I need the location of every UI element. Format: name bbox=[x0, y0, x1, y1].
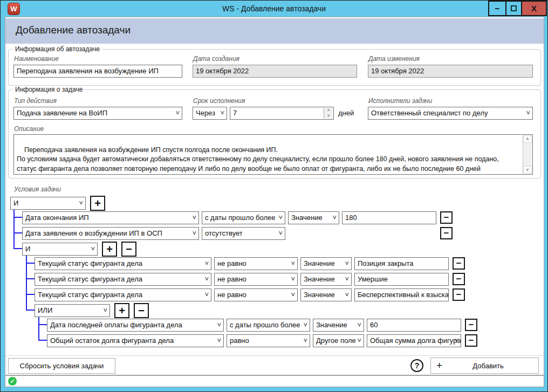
condition-valuetype-value: Значение bbox=[304, 259, 335, 267]
help-icon[interactable]: ? bbox=[410, 359, 423, 372]
name-label: Наименование bbox=[14, 55, 59, 63]
condition-valuetype-select[interactable]: Другое поле˅ bbox=[313, 334, 364, 347]
spin-down-icon[interactable]: ˅ bbox=[324, 113, 333, 119]
chevron-down-icon: ˅ bbox=[454, 335, 458, 347]
condition-field-select[interactable]: Текущий статус фигуранта дела˅ bbox=[35, 288, 211, 301]
condition-value-input[interactable]: 60 bbox=[367, 319, 461, 332]
deadline-mode-value: Через bbox=[196, 109, 215, 117]
modified-date-label: Дата изменения bbox=[368, 55, 420, 63]
condition-row: Текущий статус фигуранта дела˅ не равно˅… bbox=[35, 288, 465, 301]
condition-field-select[interactable]: Дата заявления о возбуждении ИП в ОСП˅ bbox=[22, 227, 199, 240]
status-check-icon: ✓ bbox=[8, 377, 17, 386]
root-operator-select[interactable]: И ˅ bbox=[10, 197, 86, 210]
group2-operator-select[interactable]: ИЛИ ˅ bbox=[35, 304, 110, 317]
spin-up-icon[interactable]: ˄ bbox=[324, 108, 333, 113]
remove-condition-button[interactable]: − bbox=[465, 319, 477, 331]
condition-valuetype-select[interactable]: Значение˅ bbox=[313, 319, 364, 332]
remove-group-button[interactable]: − bbox=[121, 242, 136, 257]
condition-operator-select[interactable]: не равно˅ bbox=[214, 257, 298, 270]
condition-value-input[interactable]: 180 bbox=[342, 211, 436, 224]
remove-condition-button[interactable]: − bbox=[453, 257, 465, 270]
remove-condition-button[interactable]: − bbox=[465, 334, 477, 347]
maximize-button[interactable] bbox=[505, 1, 522, 16]
remove-group-button[interactable]: − bbox=[134, 303, 149, 318]
condition-field-select[interactable]: Текущий статус фигуранта дела˅ bbox=[35, 273, 211, 286]
executors-select[interactable]: Ответственный специалист по делу ˅ bbox=[368, 107, 533, 120]
add-button[interactable]: + Добавить bbox=[430, 357, 539, 374]
deadline-label: Срок исполнения bbox=[193, 97, 245, 105]
condition-operator-value: не равно bbox=[217, 275, 246, 283]
add-condition-button[interactable]: + bbox=[90, 196, 105, 211]
condition-field-select[interactable]: Дата окончания ИП˅ bbox=[22, 211, 199, 224]
condition-operator-select[interactable]: с даты прошло более˅ bbox=[227, 319, 310, 332]
condition-valuetype-select[interactable]: Значение˅ bbox=[300, 288, 352, 301]
condition-row: Общий остаток долга фигуранта дела˅ равн… bbox=[47, 334, 477, 347]
condition-valuetype-value: Значение bbox=[316, 321, 347, 329]
deadline-days-stepper[interactable]: 7 ˄˅ bbox=[230, 107, 334, 120]
minimize-button[interactable]: − bbox=[488, 1, 506, 16]
description-scrollbar[interactable]: ˄˅ bbox=[523, 135, 532, 174]
created-date-label: Дата создания bbox=[193, 55, 239, 63]
name-input[interactable]: Переподача заявления на возбуждение ИП bbox=[13, 65, 182, 78]
condition-field-select[interactable]: Дата последней оплаты фигуранта дела˅ bbox=[47, 319, 224, 332]
chevron-down-icon: ˅ bbox=[278, 228, 283, 239]
deadline-mode-select[interactable]: Через ˅ bbox=[193, 107, 227, 120]
groupbox-autotask-title: Информация об автозадаче bbox=[13, 45, 102, 53]
condition-operator-select[interactable]: с даты прошло более˅ bbox=[202, 211, 285, 224]
remove-condition-button[interactable]: − bbox=[440, 211, 453, 224]
question-mark: ? bbox=[415, 361, 420, 370]
add-condition-button[interactable]: + bbox=[102, 242, 117, 257]
footer-separator bbox=[5, 355, 544, 356]
plus-icon: + bbox=[106, 243, 113, 256]
description-textarea[interactable]: Переподача заявления на возбуждение ИП с… bbox=[13, 134, 533, 175]
chevron-down-icon: ˅ bbox=[526, 107, 530, 119]
condition-field-select[interactable]: Текущий статус фигуранта дела˅ bbox=[35, 257, 211, 270]
condition-operator-value: равно bbox=[230, 336, 249, 345]
condition-value-input[interactable]: Позиция закрыта bbox=[354, 257, 449, 270]
chevron-down-icon: ˅ bbox=[91, 243, 95, 255]
condition-operator-select[interactable]: не равно˅ bbox=[214, 273, 298, 286]
add-condition-button[interactable]: + bbox=[114, 303, 129, 318]
group1-operator-select[interactable]: И ˅ bbox=[22, 243, 98, 256]
condition-value-input[interactable]: Умершие bbox=[354, 273, 449, 286]
reset-conditions-label: Сбросить условия задачи bbox=[20, 362, 104, 370]
plus-icon: + bbox=[436, 360, 442, 372]
chevron-down-icon: ˅ bbox=[217, 319, 221, 331]
minus-icon: − bbox=[456, 274, 462, 285]
condition-valuetype-select[interactable]: Значение˅ bbox=[300, 273, 352, 286]
scroll-up-icon[interactable]: ˄ bbox=[523, 135, 532, 143]
condition-operator-select[interactable]: не равно˅ bbox=[214, 288, 298, 301]
minus-icon: − bbox=[138, 305, 145, 317]
remove-condition-button[interactable]: − bbox=[440, 227, 453, 239]
condition-value-select[interactable]: Общая сумма долга фигура˅ bbox=[367, 334, 461, 347]
maximize-icon bbox=[511, 5, 517, 11]
condition-field-value: Дата окончания ИП bbox=[25, 214, 89, 222]
condition-field-select[interactable]: Общий остаток долга фигуранта дела˅ bbox=[47, 334, 224, 347]
condition-valuetype-select[interactable]: Значение˅ bbox=[300, 257, 352, 270]
condition-field-value: Текущий статус фигуранта дела bbox=[38, 291, 142, 299]
plus-icon: + bbox=[119, 305, 125, 317]
modified-date-field: 19 октября 2022 bbox=[368, 65, 533, 78]
tree-line bbox=[26, 294, 35, 295]
condition-row: Дата окончания ИП˅ с даты прошло более˅ … bbox=[22, 211, 453, 224]
deadline-days-value: 7 bbox=[233, 109, 237, 117]
chevron-down-icon: ˅ bbox=[357, 319, 361, 331]
chevron-down-icon: ˅ bbox=[303, 335, 307, 347]
action-type-select[interactable]: Подача заявление на ВоИП ˅ bbox=[13, 107, 182, 120]
tree-line bbox=[38, 317, 39, 341]
groupbox-task-title: Информация о задаче bbox=[13, 86, 85, 93]
condition-operator-select[interactable]: отсутствует˅ bbox=[202, 227, 285, 240]
dialog-window: W WS - Добавление автозадачи − X Добавле… bbox=[0, 0, 548, 392]
scroll-down-icon[interactable]: ˅ bbox=[523, 166, 532, 174]
description-label: Описание bbox=[14, 125, 44, 133]
window-title: WS - Добавление автозадачи bbox=[1, 4, 547, 13]
condition-operator-select[interactable]: равно˅ bbox=[227, 334, 310, 347]
condition-value-input[interactable]: Бесперспективный к взысканию bbox=[354, 288, 449, 301]
remove-condition-button[interactable]: − bbox=[453, 288, 465, 301]
spinner-buttons[interactable]: ˄˅ bbox=[324, 108, 333, 119]
remove-condition-button[interactable]: − bbox=[453, 273, 465, 285]
reset-conditions-button[interactable]: Сбросить условия задачи bbox=[8, 358, 115, 374]
close-button[interactable]: X bbox=[521, 1, 547, 16]
chevron-down-icon: ˅ bbox=[204, 258, 209, 270]
condition-valuetype-select[interactable]: Значение˅ bbox=[288, 211, 339, 224]
